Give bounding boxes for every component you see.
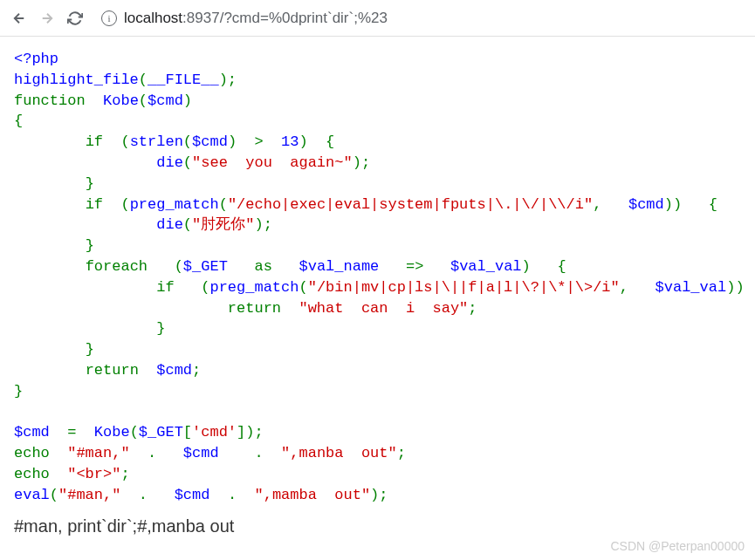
info-icon[interactable]: i <box>101 10 117 26</box>
page-output: #man, print`dir`;#,manba out <box>14 516 741 536</box>
forward-button[interactable] <box>38 10 56 27</box>
page-content: <?php highlight_file(__FILE__); function… <box>0 37 755 549</box>
browser-toolbar: i localhost:8937/?cmd=%0dprint`dir`;%23 <box>0 0 755 37</box>
watermark: CSDN @Peterpan00000 <box>610 539 745 553</box>
reload-button[interactable] <box>66 10 84 27</box>
address-bar[interactable]: i localhost:8937/?cmd=%0dprint`dir`;%23 <box>94 6 745 31</box>
back-button[interactable] <box>10 10 28 27</box>
php-source: <?php highlight_file(__FILE__); function… <box>14 49 741 506</box>
url-text: localhost:8937/?cmd=%0dprint`dir`;%23 <box>124 10 388 27</box>
